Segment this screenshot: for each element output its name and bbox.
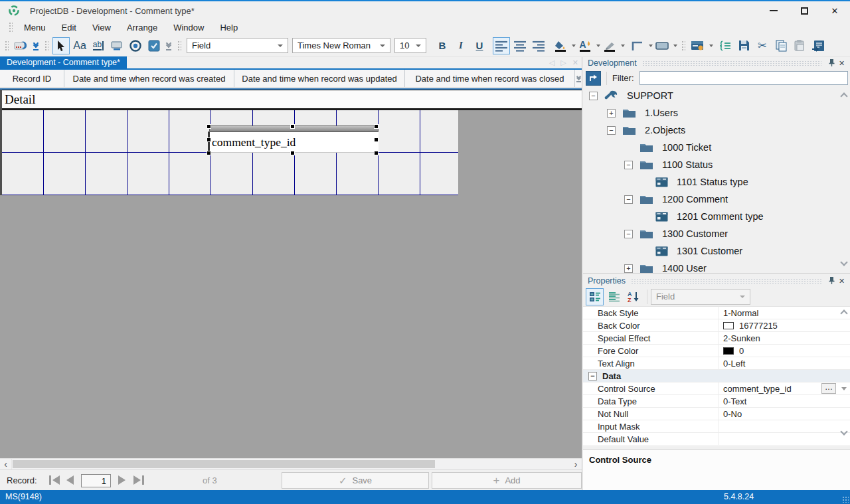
tab-scroll-right-button[interactable]: ▷ [560,58,566,67]
radio-tool-button[interactable] [127,37,144,54]
expand-icon[interactable]: + [607,109,616,118]
chevron-down-icon[interactable] [709,44,713,47]
tree-item-support[interactable]: − SUPPORT [583,87,850,104]
view-categorized-button[interactable] [586,288,604,305]
property-object-combo[interactable]: Field [651,289,750,305]
collapse-icon[interactable]: − [607,126,616,135]
tree-item-1400-user[interactable]: + 1400 User [583,260,850,274]
selected-field-control[interactable]: comment_type_id [208,126,379,155]
selection-handle[interactable] [290,151,295,155]
property-row-control-source[interactable]: Control Source comment_type_id … [583,382,850,395]
expand-icon[interactable]: + [624,264,633,273]
toolbar-overflow-button[interactable] [166,41,171,50]
field-header-created[interactable]: Date and time when record was created [64,70,234,87]
pin-button[interactable] [827,58,837,68]
filter-go-button[interactable] [586,71,601,86]
filter-input[interactable] [639,71,849,85]
code-list-button[interactable] [717,37,734,54]
property-row[interactable]: Text Align 0-Left [583,357,850,370]
paste-button[interactable] [791,37,808,54]
scroll-right-button[interactable]: › [570,459,582,469]
tree-item-1201-comment-type[interactable]: 1201 Comment type [583,208,850,225]
copy-button[interactable] [772,37,790,54]
close-button[interactable]: ✕ [819,1,850,20]
scrollbar-thumb[interactable] [13,460,435,468]
record-first-button[interactable] [49,475,60,485]
resize-grip[interactable] [842,496,849,503]
detail-band[interactable]: Detail [0,90,582,110]
toolbar-grip[interactable] [9,22,13,33]
property-row[interactable]: Back Color 16777215 [583,319,850,332]
pin-button[interactable] [827,276,837,286]
chevron-down-icon[interactable] [596,44,600,47]
label-tool-button[interactable]: Aa [71,37,88,54]
tree-item-1301-customer[interactable]: 1301 Customer [583,242,850,260]
toolbar-grip[interactable] [177,41,181,51]
collapse-icon[interactable]: − [624,230,633,238]
collapse-icon[interactable]: − [624,195,633,204]
design-canvas[interactable]: Detail comment_type_id [0,88,582,458]
toolbar-grip[interactable] [681,41,685,51]
align-right-button[interactable] [530,37,547,54]
menu-item-view[interactable]: View [84,21,119,34]
ellipsis-button[interactable]: … [821,383,836,394]
shape-border-button[interactable] [653,37,671,54]
bold-button[interactable]: B [434,37,451,54]
dock-drag-area[interactable] [631,278,821,284]
record-last-button[interactable] [133,475,144,485]
chevron-down-icon[interactable] [572,44,576,47]
collapse-icon[interactable]: − [589,92,598,100]
highlight-color-button[interactable] [601,37,618,54]
menu-item-window[interactable]: Window [165,21,212,34]
property-row[interactable]: Special Effect 2-Sunken [583,332,850,345]
property-row[interactable]: Input Mask [583,420,850,433]
horizontal-scrollbar[interactable]: ‹ › [0,458,582,469]
record-next-button[interactable] [118,475,126,485]
font-size-combo[interactable]: 10 [394,38,426,53]
button-tool-button[interactable] [108,37,126,54]
form-settings-button[interactable] [689,37,707,54]
control-type-combo[interactable]: Field [187,38,288,53]
menu-item-help[interactable]: Help [212,21,246,34]
view-list-button[interactable] [605,288,623,305]
tab-scroll-left-button[interactable]: ◁ [549,58,554,67]
record-number-input[interactable] [81,474,111,487]
selection-handle[interactable] [374,124,379,129]
development-close-button[interactable]: ✕ [837,59,847,68]
property-row[interactable]: Back Style 1-Normal [583,307,850,319]
cut-button[interactable]: ✂ [754,37,771,54]
property-row[interactable]: Default Value [583,433,850,446]
save-toolbar-button[interactable] [735,37,752,54]
selection-handle[interactable] [207,124,211,129]
underline-button[interactable]: U [471,37,488,54]
toolbar-grip[interactable] [44,41,48,51]
tree-item-1200-comment[interactable]: − 1200 Comment [583,191,850,208]
tree-item-1100-status[interactable]: − 1100 Status [583,156,850,173]
property-row[interactable]: Fore Color 0 [583,345,850,357]
field-list-button[interactable] [13,37,30,54]
collapse-icon[interactable]: − [624,161,633,169]
font-family-combo[interactable]: Times New Roman [292,38,390,53]
italic-button[interactable]: I [452,37,469,54]
tree-item-users[interactable]: + 1.Users [583,104,850,122]
record-prev-button[interactable] [66,475,74,485]
property-row[interactable]: Data Type 0-Text [583,395,850,408]
menu-item-edit[interactable]: Edit [54,21,84,34]
checkbox-tool-button[interactable] [145,37,163,54]
fill-color-button[interactable] [552,37,569,54]
tree-item-1101-status-type[interactable]: 1101 Status type [583,173,850,191]
scroll-left-button[interactable]: ‹ [0,459,12,469]
align-left-button[interactable] [493,37,510,54]
sort-az-button[interactable]: A Z [624,288,642,305]
tree-item-1300-customer[interactable]: − 1300 Customer [583,225,850,242]
field-header-record-id[interactable]: Record ID [0,70,64,87]
tree-item-1000-ticket[interactable]: 1000 Ticket [583,139,850,156]
field-header-updated[interactable]: Date and time when record was updated [234,70,405,87]
field-text[interactable]: comment_type_id [208,131,379,153]
maximize-button[interactable] [789,1,819,20]
selection-handle[interactable] [290,124,295,129]
property-row[interactable]: Not Null 0-No [583,408,850,420]
collapse-icon[interactable]: − [588,372,597,380]
field-header-overflow-button[interactable] [575,70,582,87]
field-header-closed[interactable]: Date and time when record was closed [405,70,575,87]
